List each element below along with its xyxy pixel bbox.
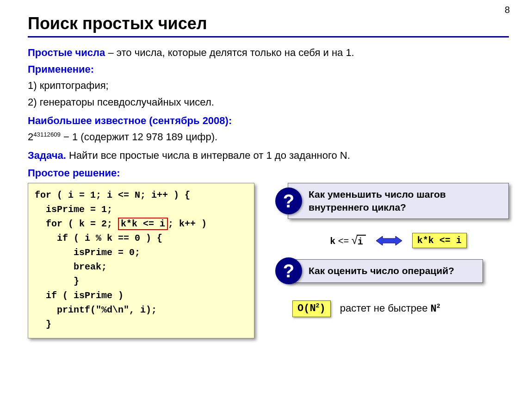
- definition-text: – это числа, которые делятся только на с…: [105, 47, 354, 58]
- code-l9: printf("%d\n", i);: [35, 305, 157, 315]
- app-item-2: 2) генераторы псевдослучайных чисел.: [28, 95, 509, 109]
- question-icon: ?: [275, 257, 302, 284]
- question-1-text: Как уменьшить число шагов внутреннего ци…: [309, 189, 446, 212]
- equation-row: k <= √i k*k <= i: [288, 233, 509, 248]
- question-2-text: Как оценить число операций?: [309, 265, 454, 276]
- title-rule: [28, 36, 509, 38]
- double-arrow-icon: [376, 235, 402, 246]
- complexity-row: O(N2) растет не быстрее N2: [292, 300, 509, 317]
- grows-text-label: растет не быстрее: [340, 302, 431, 314]
- question-icon: ?: [275, 188, 302, 214]
- app-item-1-num: 1): [28, 80, 37, 91]
- applications-label: Применение:: [28, 63, 94, 75]
- definition: Простые числа – это числа, которые делят…: [28, 46, 509, 60]
- eq-left: k <= √i: [330, 233, 366, 248]
- bigO-close: ): [320, 303, 326, 314]
- app-item-2-num: 2): [28, 96, 37, 108]
- grows-N: N: [431, 303, 437, 315]
- eq-k: k: [330, 236, 335, 247]
- code-block: for ( i = 1; i <= N; i++ ) { isPrime = 1…: [28, 183, 254, 338]
- task-label: Задача.: [28, 150, 66, 161]
- largest-value: 243112609 − 1 (содержит 12 978 189 цифр)…: [28, 130, 509, 144]
- question-callout-2: ? Как оценить число операций?: [288, 259, 483, 282]
- largest-exp: 43112609: [33, 131, 61, 138]
- code-l4: if ( i % k == 0 ) {: [35, 233, 162, 244]
- code-highlight: k*k <= i: [118, 218, 168, 230]
- grows-text: растет не быстрее N2: [340, 301, 440, 316]
- bigO-box: O(N2): [292, 300, 331, 317]
- simple-solution-label: Простое решение:: [28, 167, 120, 179]
- question-callout-1: ? Как уменьшить число шагов внутреннего …: [288, 183, 509, 219]
- code-l3a: for ( k = 2;: [35, 219, 118, 229]
- bigO-exp: 2: [316, 302, 320, 309]
- bigO-label: O(N: [297, 303, 316, 314]
- code-l7: }: [35, 276, 79, 287]
- code-l5: isPrime = 0;: [35, 247, 140, 258]
- task-text: Найти все простые числа в интервале от 1…: [66, 150, 350, 161]
- code-l3c: ; k++ ): [168, 219, 207, 229]
- app-item-1-text: криптография;: [40, 80, 109, 91]
- app-item-2-text: генераторы псевдослучайных чисел.: [40, 96, 214, 108]
- grows-exp: 2: [437, 302, 440, 309]
- largest-label: Наибольшее известное (сентябрь 2008):: [28, 115, 232, 126]
- code-l1: for ( i = 1; i <= N; i++ ) {: [35, 190, 190, 200]
- svg-marker-0: [376, 236, 402, 245]
- eq-right: k*k <= i: [412, 233, 467, 248]
- code-l2: isPrime = 1;: [35, 204, 112, 215]
- code-l6: break;: [35, 262, 107, 272]
- slide-title: Поиск простых чисел: [28, 14, 509, 33]
- largest-rest: − 1 (содержит 12 978 189 цифр).: [61, 131, 217, 143]
- eq-i: i: [357, 235, 366, 248]
- code-l10: }: [35, 319, 51, 330]
- code-l8: if ( isPrime ): [35, 290, 124, 301]
- task: Задача. Найти все простые числа в интерв…: [28, 149, 509, 162]
- eq-le: <=: [335, 236, 351, 246]
- definition-label: Простые числа: [28, 47, 105, 58]
- app-item-1: 1) криптография;: [28, 79, 509, 93]
- largest-base: 2: [28, 131, 33, 143]
- page-number: 8: [505, 5, 510, 15]
